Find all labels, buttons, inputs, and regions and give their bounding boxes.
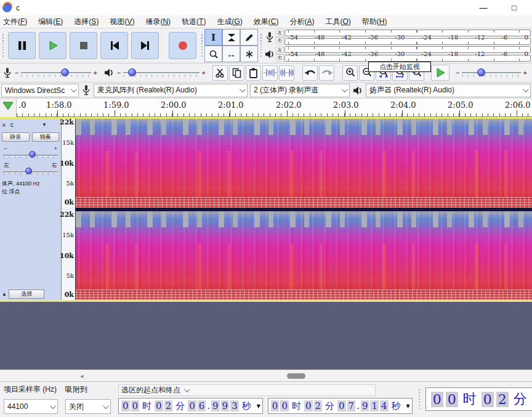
microphone-icon	[264, 31, 276, 43]
record-button[interactable]	[169, 32, 196, 59]
multi-tool-button[interactable]	[240, 46, 258, 62]
playback-speed-thumb[interactable]	[477, 68, 485, 76]
solo-button[interactable]: 独奏	[32, 132, 60, 142]
timeline-ruler[interactable]: .0 1:58.0 1:59.0 2:00.0 2:01.0 2:02.0 2:…	[17, 99, 532, 117]
menu-effect[interactable]: 效果(C)	[248, 15, 284, 28]
project-rate-select[interactable]: 44100	[4, 399, 58, 414]
playback-meter[interactable]: 左 右 -54-48-42-36-30-24-18-12-60	[264, 46, 531, 63]
playback-meter-channel-labels: 左 右	[276, 47, 284, 62]
menu-view[interactable]: 视图(V)	[104, 15, 140, 28]
horizontal-scrollbar[interactable]: ◂	[0, 370, 532, 381]
time-shift-tool-button[interactable]: ↔	[222, 46, 240, 62]
pinned-play-head-button[interactable]	[0, 99, 17, 117]
playback-meter-scale[interactable]: -54-48-42-36-30-24-18-12-60	[284, 46, 531, 62]
track-menu-caret-icon[interactable]: ▼	[42, 122, 47, 128]
track-select-button[interactable]: 选择	[9, 289, 44, 299]
minimize-button[interactable]: —	[474, 3, 493, 12]
pause-button[interactable]	[8, 32, 36, 59]
menu-file[interactable]: 文件(F)	[0, 15, 33, 28]
frequency-ruler-left-channel: 22k 15k 10k 5k 0k	[62, 119, 75, 208]
playback-volume-icon	[101, 68, 117, 78]
recording-channels-select[interactable]: 2 (立体声) 录制声道	[250, 84, 350, 97]
recording-device-select[interactable]: 麦克风阵列 (Realtek(R) Audio)	[94, 84, 248, 97]
menu-analyze[interactable]: 分析(A)	[284, 15, 320, 28]
selection-end-field[interactable]: 00 时 02 分 07.914 秒 ▼	[268, 398, 413, 414]
selection-tool-button[interactable]: I	[204, 29, 222, 46]
stop-button[interactable]	[70, 32, 97, 59]
scroll-left-arrow-icon[interactable]: ◂	[80, 372, 84, 380]
playback-speed-slider[interactable]: − +	[456, 68, 527, 77]
recording-meter[interactable]: 左 右 -54-48-42-36-30-24-18-12-60	[264, 29, 531, 46]
field-caret-icon[interactable]: ▼	[257, 403, 260, 409]
draw-tool-button[interactable]	[240, 29, 258, 46]
recording-volume-thumb[interactable]	[61, 68, 69, 76]
paste-button[interactable]	[246, 65, 261, 81]
chevron-down-icon	[523, 86, 529, 92]
menu-tools[interactable]: 工具(O)	[320, 15, 356, 28]
track-pan-thumb[interactable]	[25, 168, 32, 174]
monitor-tooltip: 点击开始监视	[368, 62, 431, 72]
menu-generate[interactable]: 生成(G)	[211, 15, 248, 28]
frequency-ruler-right-channel: 22k 15k 10k 5k 0k	[62, 211, 75, 300]
zoom-in-button[interactable]	[342, 65, 358, 81]
track-gain-thumb[interactable]	[29, 151, 36, 158]
audacity-logo-icon	[2, 3, 12, 12]
play-button[interactable]	[39, 32, 66, 59]
vertical-frequency-ruler[interactable]: 22k 15k 10k 5k 0k 22k 15k 10k 5k 0k	[62, 119, 76, 300]
menu-transport[interactable]: 播录(N)	[140, 15, 176, 28]
copy-icon	[232, 68, 242, 78]
skip-to-start-button[interactable]	[100, 32, 128, 59]
copy-button[interactable]	[229, 65, 244, 81]
speaker-icon	[264, 49, 276, 59]
redo-button[interactable]	[319, 65, 334, 81]
snap-to-label: 吸附到	[65, 384, 111, 395]
playback-volume-slider[interactable]: − +	[117, 68, 206, 77]
track-gain-slider[interactable]: −+	[2, 146, 59, 158]
track-focus-border-bottom	[0, 300, 532, 302]
silence-selection-button[interactable]	[279, 65, 294, 81]
recording-volume-slider[interactable]: − +	[15, 68, 97, 77]
play-icon	[47, 39, 59, 52]
magnifier-icon	[209, 49, 219, 59]
track-collapse-button[interactable]: ▲	[2, 291, 7, 297]
track-control-panel[interactable]: × c ▼ 静音 独奏 −+ 左右 体声, 44100 Hz	[0, 119, 62, 300]
recording-meter-scale[interactable]: -54-48-42-36-30-24-18-12-60	[284, 30, 531, 45]
audio-host-select[interactable]: Windows DirectSc	[1, 84, 79, 97]
play-at-speed-button[interactable]	[431, 65, 449, 81]
scissors-icon	[215, 68, 225, 78]
playback-device-select[interactable]: 扬声器 (Realtek(R) Audio)	[366, 84, 531, 97]
horizontal-scroll-thumb[interactable]	[287, 373, 305, 379]
selection-start-field[interactable]: 00 时 02 分 06.993 秒 ▼	[118, 398, 263, 414]
cut-button[interactable]	[212, 65, 228, 81]
menu-edit[interactable]: 编辑(E)	[33, 15, 68, 28]
mute-button[interactable]: 静音	[2, 132, 30, 142]
meter-toolbar-grabber[interactable]	[259, 30, 263, 61]
track-close-button[interactable]: ×	[2, 121, 9, 129]
menu-tracks[interactable]: 轨道(T)	[176, 15, 211, 28]
counter-toolbar-grabber[interactable]	[417, 386, 421, 412]
undo-button[interactable]	[302, 65, 318, 81]
play-left-label: 左	[276, 47, 284, 54]
field-caret-icon[interactable]: ▼	[406, 403, 410, 409]
spectrogram-channel-left[interactable]	[76, 119, 532, 208]
maximize-button[interactable]: □	[505, 3, 523, 12]
playback-volume-thumb[interactable]	[128, 68, 136, 76]
chevron-down-icon	[50, 403, 56, 409]
skip-to-end-button[interactable]	[131, 32, 159, 59]
transport-toolbar-grabber[interactable]	[1, 30, 5, 61]
chevron-down-icon	[184, 386, 190, 392]
multi-tool-icon	[244, 49, 254, 59]
track-pan-slider[interactable]: 左右	[2, 163, 59, 175]
tools-toolbar-grabber[interactable]	[200, 30, 204, 61]
record-right-label: 右	[276, 37, 284, 44]
menu-select[interactable]: 选择(S)	[68, 15, 104, 28]
zoom-tool-button[interactable]	[204, 46, 222, 62]
track-name[interactable]: c	[9, 121, 42, 128]
audio-position-counter[interactable]: 00 时 02 分 07 秒 ▼	[425, 387, 532, 411]
selection-mode-select[interactable]: 选区的起点和终点	[118, 384, 376, 396]
spectrogram-channel-right[interactable]	[76, 211, 532, 300]
envelope-tool-button[interactable]	[222, 29, 240, 46]
snap-to-select[interactable]: 关闭	[65, 399, 111, 414]
trim-outside-selection-button[interactable]	[262, 65, 278, 81]
menu-help[interactable]: 帮助(H)	[357, 15, 393, 28]
